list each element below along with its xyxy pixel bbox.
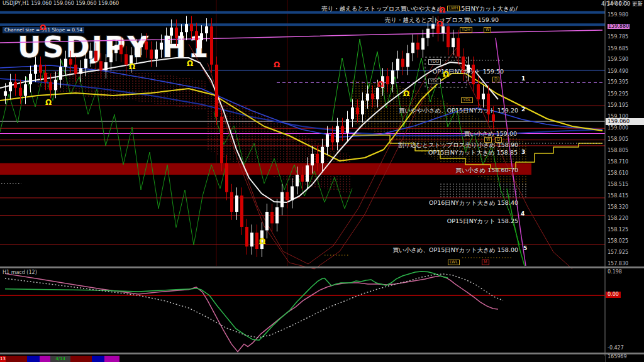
candle-body (467, 65, 470, 73)
candle-body (477, 84, 480, 99)
candle-body (426, 29, 430, 38)
candle-body (94, 51, 97, 62)
candle-body (69, 59, 72, 65)
candle-body (205, 26, 208, 33)
candle-body (275, 207, 279, 224)
candle-body (260, 231, 264, 250)
candle-body (255, 233, 258, 249)
candle-body (99, 61, 103, 70)
candle-body (125, 54, 128, 65)
candle-body (245, 227, 248, 246)
candle-body (492, 114, 495, 121)
candle-body (185, 24, 188, 32)
candle-body (346, 119, 349, 133)
pane-divider[interactable] (0, 266, 644, 268)
signal-line (5, 272, 448, 340)
candle-body (210, 26, 213, 65)
candle-body (109, 53, 113, 62)
candle-body (14, 82, 17, 87)
candle-body (74, 65, 77, 74)
candle-body (371, 94, 374, 99)
candle-body (34, 65, 37, 74)
candle-body (9, 82, 12, 91)
candle-body (351, 107, 354, 119)
candle-body (225, 163, 228, 192)
candle-body (19, 88, 22, 96)
candle-body (64, 59, 67, 67)
candle-body (286, 192, 289, 200)
candle-body (104, 62, 108, 70)
candle-body (49, 82, 52, 90)
macd-line (5, 273, 498, 351)
candle-body (431, 24, 435, 28)
candle-body (457, 38, 460, 57)
candle-body (240, 195, 243, 227)
candle-body (114, 45, 118, 53)
candle-body (411, 43, 414, 53)
candle-body (436, 24, 440, 33)
candle-body (265, 212, 269, 231)
candle-body (39, 65, 42, 73)
candle-body (44, 73, 47, 82)
candle-body (462, 57, 465, 73)
candle-body (321, 147, 324, 163)
candle-body (326, 134, 329, 146)
candle-body (220, 117, 223, 163)
candle-body (160, 43, 163, 50)
candle-body (376, 88, 379, 99)
candle-body (190, 24, 193, 31)
candle-body (396, 59, 399, 70)
candle-body (170, 28, 173, 36)
candle-body (250, 233, 253, 246)
candle-body (165, 36, 168, 43)
candle-body (195, 31, 198, 40)
candle-body (441, 26, 445, 33)
candle-body (200, 33, 203, 40)
candle-body (119, 45, 123, 54)
candle-body (447, 26, 450, 47)
candle-body (301, 175, 304, 182)
candle-body (487, 94, 490, 114)
candle-body (280, 192, 284, 207)
magenta-weekly (0, 30, 602, 43)
candle-body (391, 70, 394, 84)
candle-body (472, 65, 475, 84)
candle-body (336, 126, 339, 143)
candle-body (180, 32, 183, 38)
green-projection (507, 189, 525, 266)
candle-body (135, 47, 138, 55)
session-strip-border (0, 354, 644, 355)
price-chart-canvas[interactable] (0, 0, 644, 362)
avg-dotted (5, 274, 503, 337)
candle-body (306, 165, 309, 182)
candle-body (230, 192, 233, 212)
candle-body (54, 80, 57, 90)
pane-divider[interactable] (0, 353, 644, 354)
candle-body (366, 94, 369, 101)
candle-body (150, 50, 153, 59)
candle-body (311, 154, 314, 165)
candle-body (401, 59, 404, 67)
candle-body (84, 59, 87, 69)
candle-body (416, 43, 419, 50)
candle-body (296, 175, 299, 186)
candle-body (270, 212, 274, 223)
ichimoku-cloud (38, 67, 208, 111)
candle-body (482, 94, 485, 99)
candle-body (215, 65, 218, 117)
candle-body (29, 74, 32, 85)
candle-body (24, 84, 27, 96)
support-band (0, 163, 531, 175)
candle-body (341, 126, 344, 133)
chart-window: USDJPY H1 USDJPY,H1 159.060 159.060 159.… (0, 0, 644, 362)
candle-body (155, 50, 158, 59)
candle-body (316, 154, 319, 163)
candle-body (79, 68, 82, 74)
candle-body (381, 76, 384, 87)
ichimoku-cloud (208, 93, 352, 194)
candle-body (59, 67, 62, 79)
candle-body (356, 107, 359, 114)
candle-body (361, 101, 364, 114)
candle-body (140, 41, 143, 47)
candle-body (291, 186, 294, 200)
